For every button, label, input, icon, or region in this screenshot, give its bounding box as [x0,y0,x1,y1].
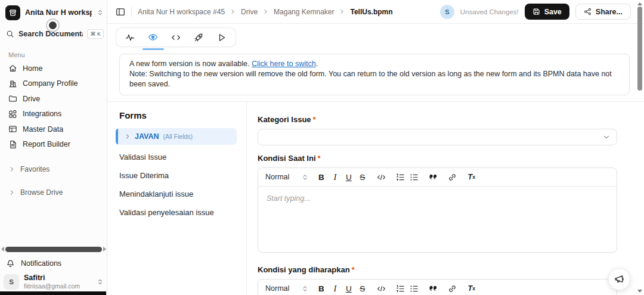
strikethrough-button[interactable]: S [355,281,369,295]
scroll-down-arrow[interactable] [637,290,642,293]
tab-preview[interactable] [143,29,164,46]
feedback-button[interactable] [608,268,630,290]
banner-line1: A new form version is now available. Cli… [129,59,620,69]
breadcrumb-drive[interactable]: Drive [241,8,258,16]
link-button[interactable] [445,281,459,295]
sidebar-item-report-builder[interactable]: Report Builder [4,137,104,153]
sidebar-item-label: Drive [23,95,40,103]
forms-panel-title: Forms [119,110,237,120]
notifications-button[interactable]: Notifications [6,257,104,269]
main-area: Anita Nur H workspace #45 Drive Magang K… [107,0,644,295]
horizontal-scrollbar-thumb[interactable] [5,247,102,252]
user-profile[interactable]: S Safitri fiitriisaa@gmail.com [4,273,104,291]
clear-t: T [468,284,473,293]
chevron-right-icon [125,133,131,139]
share-button-label: Share... [596,8,623,16]
building-icon [8,79,17,88]
field-label-kategori-issue: Kategori Issue* [258,115,617,124]
chevron-up-down-icon [302,174,308,181]
form-preview-area: Kategori Issue* Kondisi Saat Ini* Normal… [247,102,644,295]
blockquote-button[interactable] [426,170,440,184]
breadcrumb-workspace[interactable]: Anita Nur H workspace #45 [138,8,225,16]
sidebar-item-home[interactable]: Home [4,61,104,76]
selected-indicator-bar [116,128,118,145]
breadcrumb-separator-icon [263,9,268,14]
user-avatar: S [4,274,19,290]
sidebar-item-label: Master Data [23,125,63,133]
vertical-scrollbar[interactable] [636,0,644,295]
save-button[interactable]: Save [525,4,569,20]
field-label-text: Kategori Issue [258,115,311,124]
code-block-button[interactable] [374,281,388,295]
form-item-issue-diterima[interactable]: Issue Diterima [119,166,237,185]
italic-button[interactable]: I [328,281,342,295]
sidebar-item-company-profile[interactable]: Company Profile [4,76,104,92]
paragraph-style-select[interactable]: Normal [265,284,308,293]
save-button-label: Save [544,8,562,16]
required-asterisk: * [352,265,355,274]
breadcrumb-folder[interactable]: Magang Kemnaker [274,8,334,16]
form-item-validasi-penyelesaian[interactable]: Validasi penyelesaian issue [119,203,237,222]
scroll-up-arrow[interactable] [637,2,642,5]
editor-toolbar: Normal B I U S T [258,280,617,295]
breadcrumb-separator-icon [230,9,236,14]
bullet-list-button[interactable] [407,281,421,295]
sidebar-section-favorites[interactable]: Favorites [4,163,104,175]
link-button[interactable] [445,170,459,184]
search-documentation[interactable]: Search Documentation... ⌘ K [6,28,104,40]
sidebar-section-browse-drive[interactable]: Browse Drive [4,187,104,198]
sidebar-item-master-data[interactable]: Master Data [4,122,104,137]
underline-button[interactable]: U [342,281,355,295]
chevron-down-icon [603,133,610,141]
blockquote-button[interactable] [426,281,440,295]
tab-deploy[interactable] [188,29,209,46]
workspace-logo-icon [5,5,20,20]
sidebar-menu: Home Company Profile Drive Integrations … [4,61,104,152]
field-label-kondisi-saat-ini: Kondisi Saat Ini* [258,154,617,163]
sidebar-item-integrations[interactable]: Integrations [4,107,104,122]
tab-lint[interactable] [119,29,141,46]
chevron-up-down-icon [97,9,104,16]
paragraph-style-select[interactable]: Normal [265,173,308,181]
clear-formatting-button[interactable]: Tx [465,281,478,295]
bullet-list-button[interactable] [407,170,421,184]
ordered-list-button[interactable] [394,281,407,295]
workspace-name: Anita Nur H workspace... [25,8,92,17]
italic-button[interactable]: I [328,170,342,184]
content-area: Forms JAVAN (All Fields) Validasi Issue … [107,102,644,295]
kategori-issue-select[interactable] [258,129,617,145]
sidebar-item-drive[interactable]: Drive [4,91,104,107]
workspace-switcher[interactable]: Anita Nur H workspace... [5,5,104,20]
rocket-icon [194,33,203,42]
clear-formatting-button[interactable]: Tx [465,170,478,184]
kondisi-saat-ini-input[interactable]: Start typing... [258,187,617,252]
chevron-right-icon [9,190,15,195]
forms-panel: Forms JAVAN (All Fields) Validasi Issue … [107,102,247,295]
bold-button[interactable]: B [314,281,328,295]
scroll-right-arrow[interactable] [103,247,106,251]
clear-x: x [472,285,475,291]
tab-run[interactable] [211,29,233,46]
style-label: Normal [265,284,289,293]
scroll-left-arrow[interactable] [1,247,4,251]
form-item-menindaklanjuti-issue[interactable]: Menindaklanjuti issue [119,185,237,203]
switch-version-link[interactable]: Click here to switch [252,60,316,68]
bold-button[interactable]: B [314,170,328,184]
form-item-validasi-issue[interactable]: Validasi Issue [119,148,237,166]
underline-button[interactable]: U [342,170,355,184]
notifications-label: Notifications [21,259,61,268]
form-item-javan[interactable]: JAVAN (All Fields) [116,128,237,145]
horizontal-scrollbar[interactable] [0,246,107,253]
new-version-banner: A new form version is now available. Cli… [119,54,630,95]
ordered-list-button[interactable] [394,170,407,184]
keyboard-shortcut-badge: ⌘ K [87,29,104,39]
vertical-scrollbar-thumb[interactable] [637,7,642,91]
clear-x: x [472,174,475,180]
code-block-button[interactable] [374,170,388,184]
share-button[interactable]: Share... [575,4,631,20]
tab-code[interactable] [165,29,187,46]
strikethrough-button[interactable]: S [355,170,369,184]
sidebar-toggle-icon[interactable] [116,7,125,17]
search-label: Search Documentation... [18,30,83,38]
user-email: fiitriisaa@gmail.com [24,282,92,290]
